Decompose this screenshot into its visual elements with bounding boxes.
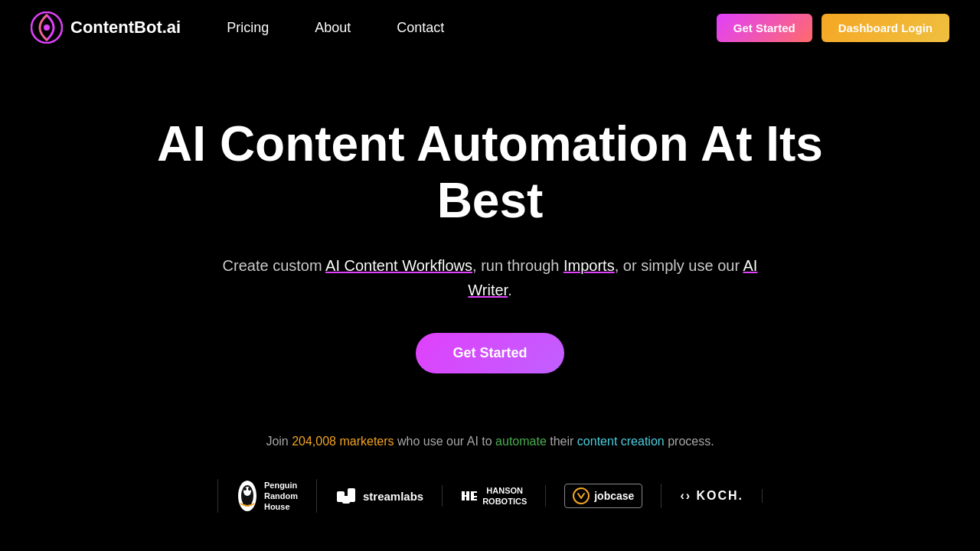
svg-rect-16	[471, 499, 477, 500]
hero-subtitle-middle2: , or simply use our	[615, 257, 743, 274]
svg-point-1	[44, 24, 50, 31]
nav-link-contact[interactable]: Contact	[397, 20, 444, 36]
logo-koch: ‹› KOCH.	[662, 489, 763, 503]
nav-link-pricing[interactable]: Pricing	[227, 20, 269, 36]
penguin-text-block: Penguin Random House	[264, 480, 298, 513]
dashboard-login-button[interactable]: Dashboard Login	[822, 14, 949, 42]
streamlabs-icon	[335, 485, 357, 507]
penguin-icon	[237, 479, 258, 513]
hero-subtitle-after: .	[508, 282, 512, 298]
koch-label: ‹› KOCH.	[680, 489, 743, 503]
nav-left: ContentBot.ai Pricing About Contact	[31, 11, 444, 44]
logo-jobcase: jobcase	[546, 484, 662, 508]
get-started-hero-button[interactable]: Get Started	[416, 333, 564, 373]
hero-title: AI Content Automation At Its Best	[145, 116, 835, 229]
svg-point-6	[248, 487, 251, 491]
social-proof-text: Join 204,008 marketers who use our AI to…	[0, 435, 980, 448]
hero-link-imports[interactable]: Imports	[564, 257, 615, 274]
get-started-nav-button[interactable]: Get Started	[717, 14, 812, 42]
jobcase-icon	[573, 487, 590, 504]
social-proof-join: Join	[266, 435, 292, 448]
logo[interactable]: ContentBot.ai	[31, 11, 181, 44]
social-proof-section: Join 204,008 marketers who use our AI to…	[0, 435, 980, 513]
streamlabs-label: streamlabs	[363, 490, 423, 503]
social-proof-process: process.	[665, 435, 714, 448]
hero-subtitle: Create custom AI Content Workflows, run …	[222, 253, 758, 302]
social-proof-who: who use our AI to	[394, 435, 496, 448]
hero-section: AI Content Automation At Its Best Create…	[0, 55, 980, 419]
hero-link-workflows[interactable]: AI Content Workflows	[325, 257, 472, 274]
svg-rect-15	[471, 496, 477, 497]
nav-right: Get Started Dashboard Login	[717, 14, 949, 42]
nav-link-about[interactable]: About	[315, 20, 351, 36]
hanson-label: HANSONROBOTICS	[482, 485, 527, 507]
navbar: ContentBot.ai Pricing About Contact Get …	[0, 0, 980, 55]
social-proof-their: their	[547, 435, 577, 448]
jobcase-label: jobcase	[594, 490, 634, 502]
hero-subtitle-middle1: , run through	[472, 257, 564, 274]
svg-rect-14	[471, 491, 477, 493]
logo-icon	[31, 11, 63, 44]
logo-penguin: Penguin Random House	[217, 479, 317, 513]
svg-rect-12	[462, 495, 469, 497]
nav-links: Pricing About Contact	[227, 20, 444, 36]
logo-streamlabs: streamlabs	[317, 485, 443, 507]
logo-hanson: HANSONROBOTICS	[443, 485, 546, 507]
svg-point-5	[243, 487, 247, 491]
social-proof-automate: automate	[495, 435, 547, 448]
social-proof-content-creation: content creation	[577, 435, 665, 448]
svg-rect-9	[342, 496, 350, 504]
social-proof-count: 204,008 marketers	[292, 435, 394, 448]
hero-subtitle-before: Create custom	[223, 257, 326, 274]
svg-point-17	[573, 488, 589, 504]
logo-text: ContentBot.ai	[70, 18, 181, 37]
hanson-icon	[461, 487, 478, 504]
logos-section: Penguin Random House streamlabs	[0, 479, 980, 513]
